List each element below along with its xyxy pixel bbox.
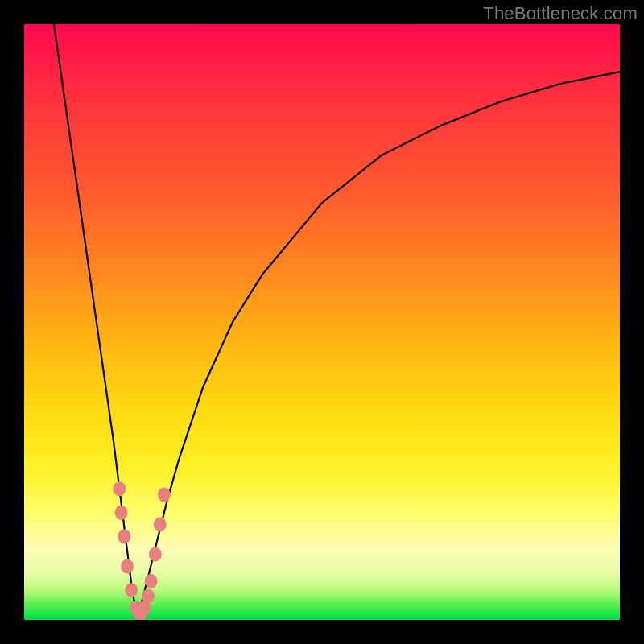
sample-marker [149, 547, 162, 562]
sample-marker [145, 574, 158, 588]
bottleneck-curve-svg [24, 24, 620, 620]
sample-marker [115, 506, 128, 520]
sample-marker [121, 559, 134, 573]
sample-marker [118, 529, 130, 543]
sample-marker [125, 583, 138, 597]
sample-marker [154, 518, 167, 532]
curve-group [54, 24, 620, 620]
curve-right-branch [138, 72, 620, 620]
sample-marker [158, 488, 171, 502]
watermark-text: TheBottleneck.com [483, 3, 638, 24]
sample-marker [142, 588, 155, 603]
plot-area [24, 24, 620, 620]
chart-frame: TheBottleneck.com [0, 0, 644, 644]
sample-marker [113, 481, 126, 496]
